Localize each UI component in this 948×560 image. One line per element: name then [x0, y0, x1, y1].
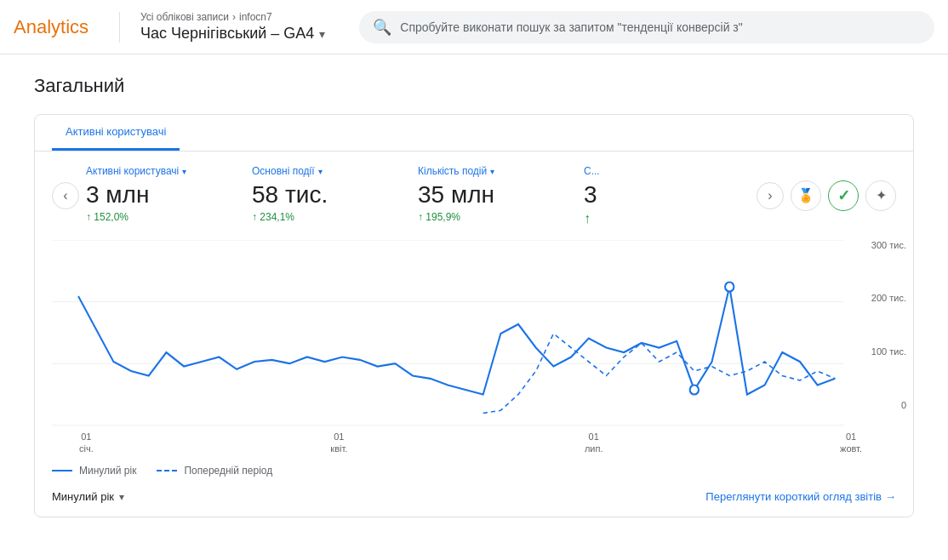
sparkle-icon-btn[interactable]: ✦	[865, 180, 896, 211]
overview-card: Активні користувачі ‹ Активні користувач…	[34, 114, 914, 517]
search-icon: 🔍	[373, 18, 391, 37]
y-label-0: 0	[871, 400, 906, 410]
metric-key-events: Основні події ▾ 58 тис. ↑ 234,1%	[252, 165, 418, 226]
app-logo: Analytics	[14, 16, 99, 38]
x-label-jul: 01 лип.	[585, 431, 603, 455]
metric-label-active-users[interactable]: Активні користувачі ▾	[86, 165, 231, 177]
y-label-200: 200 тис.	[871, 293, 906, 303]
chart-y-labels: 300 тис. 200 тис. 100 тис. 0	[871, 240, 906, 410]
metrics-list: Активні користувачі ▾ 3 млн ↑ 152,0% Осн…	[86, 165, 750, 226]
legend-previous-period: Попередній період	[157, 465, 272, 477]
tab-active-users[interactable]: Активні користувачі	[52, 115, 180, 151]
svg-point-5	[690, 385, 699, 394]
metrics-row: ‹ Активні користувачі ▾ 3 млн ↑ 152,0% О…	[35, 151, 913, 233]
metric-label-key-events[interactable]: Основні події ▾	[252, 165, 397, 177]
x-label-oct: 01 жовт.	[840, 431, 862, 455]
metric-value-key-events: 58 тис.	[252, 180, 397, 209]
legend-solid-line	[52, 470, 72, 471]
chart-area: 300 тис. 200 тис. 100 тис. 0	[35, 240, 913, 427]
metric-label-event-count[interactable]: Кількість подій ▾	[418, 165, 563, 177]
metric-change-active-users: ↑ 152,0%	[86, 211, 231, 223]
legend-dashed-label: Попередній період	[184, 465, 272, 477]
y-label-100: 100 тис.	[871, 346, 906, 357]
breadcrumb-parent: Усі облікові записи	[140, 11, 229, 23]
metric-change-key-events: ↑ 234,1%	[252, 211, 397, 223]
chart-legend: Минулий рік Попередній період	[35, 454, 913, 480]
year-selector[interactable]: Минулий рік ▾	[52, 490, 124, 503]
legend-current-year: Минулий рік	[52, 465, 136, 477]
medal-icon: 🏅	[797, 187, 814, 203]
main-content: Загальний Активні користувачі ‹ Активні …	[0, 54, 948, 538]
breadcrumb-child: infocn7	[239, 11, 272, 23]
search-placeholder-text: Спробуйте виконати пошук за запитом "тен…	[400, 20, 742, 34]
breadcrumb: Усі облікові записи › infocn7 Час Черніг…	[140, 11, 325, 43]
metric-dropdown-arrow-1: ▾	[182, 167, 186, 176]
icons-area: 🏅 ✓ ✦	[791, 180, 896, 211]
metric-dropdown-arrow-2: ▾	[318, 167, 323, 176]
view-reports-label: Переглянути короткий огляд звітів	[705, 490, 882, 503]
metric-label-partial[interactable]: С...	[584, 165, 729, 177]
year-label: Минулий рік	[52, 490, 114, 503]
y-label-300: 300 тис.	[871, 240, 906, 250]
medal-icon-btn[interactable]: 🏅	[791, 180, 821, 211]
property-dropdown-arrow: ▾	[319, 27, 325, 41]
metric-dropdown-arrow-3: ▾	[490, 167, 494, 176]
sparkle-icon: ✦	[876, 187, 887, 203]
legend-solid-label: Минулий рік	[79, 465, 136, 477]
metric-change-event-count: ↑ 195,9%	[418, 211, 563, 223]
legend-dashed-line	[157, 470, 177, 471]
tabs-row: Активні користувачі	[35, 115, 913, 151]
check-icon-btn[interactable]: ✓	[828, 180, 859, 211]
x-labels: 01 січ. 01 квіт. 01 лип. 01 жовт.	[35, 427, 879, 455]
metric-value-active-users: 3 млн	[86, 180, 231, 209]
metric-value-partial: 3	[584, 180, 729, 209]
breadcrumb-top: Усі облікові записи › infocn7	[140, 11, 325, 23]
year-dropdown-arrow: ▾	[119, 491, 124, 503]
nav-arrow-right[interactable]: ›	[757, 182, 784, 209]
metric-partial: С... 3 ↑	[584, 165, 750, 226]
svg-point-4	[725, 282, 734, 291]
nav-arrow-left[interactable]: ‹	[52, 182, 79, 209]
header-divider	[119, 12, 120, 43]
view-reports-arrow: →	[885, 490, 896, 503]
metric-active-users: Активні користувачі ▾ 3 млн ↑ 152,0%	[86, 165, 252, 226]
metric-change-partial: ↑	[584, 211, 729, 226]
card-footer: Минулий рік ▾ Переглянути короткий огляд…	[35, 480, 913, 503]
page-title: Загальний	[34, 75, 914, 97]
check-icon: ✓	[837, 186, 850, 205]
metric-event-count: Кількість подій ▾ 35 млн ↑ 195,9%	[418, 165, 584, 226]
header: Analytics Усі облікові записи › infocn7 …	[0, 0, 948, 54]
x-label-jan: 01 січ.	[79, 431, 94, 455]
chart-svg	[52, 240, 879, 427]
view-reports-link[interactable]: Переглянути короткий огляд звітів →	[705, 490, 896, 503]
search-bar[interactable]: 🔍 Спробуйте виконати пошук за запитом "т…	[359, 11, 934, 43]
metric-value-event-count: 35 млн	[418, 180, 563, 209]
x-label-apr: 01 квіт.	[330, 431, 347, 455]
property-name: Час Чернігівський – GA4	[140, 25, 314, 43]
breadcrumb-chevron: ›	[232, 11, 236, 23]
property-selector[interactable]: Час Чернігівський – GA4 ▾	[140, 25, 325, 43]
